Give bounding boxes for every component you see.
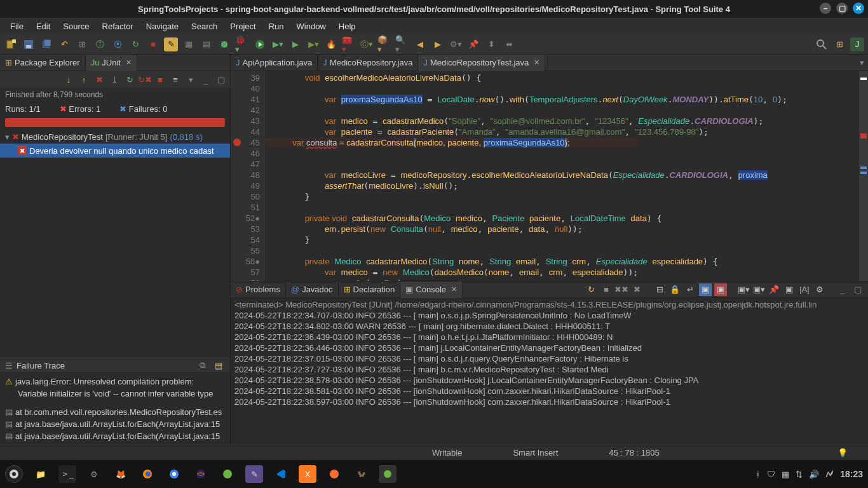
back-button[interactable]: ◀: [413, 37, 427, 51]
expand-icon[interactable]: ▾: [5, 132, 10, 142]
pin-view-button[interactable]: ▾: [184, 73, 197, 86]
menu-help[interactable]: Help: [332, 19, 362, 34]
open-task-button[interactable]: 🔍▾: [395, 37, 409, 51]
undo-button[interactable]: ↶: [57, 37, 71, 51]
search-toolbar-button[interactable]: [815, 37, 829, 51]
perspective-java-button[interactable]: J: [850, 37, 864, 51]
xampp-app-icon[interactable]: X: [299, 465, 316, 483]
volume-icon[interactable]: 🔊: [809, 470, 819, 479]
tab-problems[interactable]: ⊘Problems: [231, 281, 286, 298]
menu-refactor[interactable]: Refactor: [96, 19, 140, 34]
terminate-all-button[interactable]: ✖✖: [615, 283, 628, 296]
new-java-class-button[interactable]: Ⓒ▾: [360, 37, 374, 51]
sts-running-icon[interactable]: [379, 465, 397, 483]
shield-icon[interactable]: 🛡: [767, 470, 775, 479]
coverage-button[interactable]: ▶: [288, 37, 302, 51]
trace-line[interactable]: ▤at java.base/java.util.ArrayList.forEac…: [0, 430, 230, 442]
editor-code-area[interactable]: void escolherMedicoAleatorioLivreNaData(…: [265, 71, 859, 281]
tab-junit-close[interactable]: ✕: [126, 58, 132, 67]
open-perspective-button[interactable]: ⊞: [832, 37, 846, 51]
save-button[interactable]: [22, 37, 36, 51]
maximize-view-button[interactable]: ▢: [215, 73, 227, 86]
relaunch-button[interactable]: ↻: [128, 37, 142, 51]
failure-trace-body[interactable]: ⚠java.lang.Error: Unresolved compilation…: [0, 373, 230, 445]
toggle-breadcrumb-button[interactable]: ⊞: [75, 37, 89, 51]
scroll-lock-button[interactable]: ⤓: [108, 73, 121, 86]
menu-search[interactable]: Search: [185, 19, 224, 34]
scroll-lock-console-button[interactable]: 🔒: [668, 283, 681, 296]
minimize-console-button[interactable]: _: [836, 283, 849, 296]
console-pin-button[interactable]: ▤: [200, 37, 214, 51]
menu-navigate[interactable]: Navigate: [140, 19, 185, 34]
minimize-button[interactable]: –: [820, 3, 831, 14]
network-icon[interactable]: ⇅: [796, 470, 803, 479]
trace-line[interactable]: ⚠java.lang.Error: Unresolved compilation…: [0, 376, 230, 388]
close-button[interactable]: ✕: [853, 3, 864, 14]
gimp-app-icon[interactable]: 🦊: [112, 465, 130, 483]
run-history-button[interactable]: ▶▾: [271, 37, 285, 51]
terminate-button[interactable]: ■: [600, 283, 613, 296]
chrome-app-icon[interactable]: [165, 465, 183, 483]
trace-line[interactable]: ▤at br.com.med.voll.repositories.MedicoR…: [0, 406, 230, 418]
menu-source[interactable]: Source: [57, 19, 95, 34]
debug-history-button[interactable]: 🐞▾: [235, 37, 249, 51]
clear-console-button[interactable]: ⊟: [653, 283, 666, 296]
pin-editor-button[interactable]: 📌: [466, 37, 480, 51]
code-minings-button[interactable]: ▦: [182, 37, 196, 51]
console-body[interactable]: <terminated> MedicoRepositoryTest [JUnit…: [231, 298, 868, 445]
team-button[interactable]: ⚙▾: [449, 37, 463, 51]
link-button[interactable]: ⬍: [484, 37, 498, 51]
settings-app-icon[interactable]: ⚙: [85, 465, 103, 483]
forward-button[interactable]: ▶: [431, 37, 445, 51]
prev-failure-button[interactable]: ↑: [78, 73, 90, 86]
external-tools-button[interactable]: 🧰▾: [342, 37, 356, 51]
toggle-mark-button[interactable]: ✎: [164, 37, 178, 51]
open-console-button[interactable]: ▣▾: [737, 283, 750, 296]
show-console-on-err-button[interactable]: ▣: [714, 283, 727, 296]
start-menu-button[interactable]: [5, 465, 23, 483]
bluetooth-icon[interactable]: ᚼ: [756, 470, 761, 479]
profile-button[interactable]: 🔥: [324, 37, 338, 51]
show-console-on-out-button[interactable]: ▣: [699, 283, 712, 296]
new-console-view-button[interactable]: ▣: [783, 283, 796, 296]
new-button[interactable]: [4, 37, 18, 51]
filter-stack-button[interactable]: ▤: [212, 359, 225, 372]
pin-console-button[interactable]: 📌: [768, 283, 780, 296]
editor-tab-api-application[interactable]: J ApiApplication.java: [231, 55, 318, 71]
rerun-test-button[interactable]: ↻: [123, 73, 136, 86]
tab-junit[interactable]: Ju JUnit ✕: [86, 55, 137, 71]
debug-button[interactable]: [217, 37, 231, 51]
firefox-app-icon[interactable]: [139, 465, 156, 483]
tip-of-day-button[interactable]: 💡: [817, 447, 868, 459]
display-selected-console-button[interactable]: ▣▾: [752, 283, 765, 296]
editor-tab-medico-repository[interactable]: J MedicoRepository.java: [318, 55, 418, 71]
junit-root-node[interactable]: ▾ ✖ MedicoRepositoryTest [Runner: JUnit …: [0, 130, 230, 144]
terminate-relaunch-button[interactable]: ↻: [585, 283, 597, 296]
next-failure-button[interactable]: ↓: [62, 73, 75, 86]
menu-file[interactable]: File: [4, 19, 30, 34]
menu-edit[interactable]: Edit: [30, 19, 57, 34]
gpu-icon[interactable]: ▦: [782, 470, 789, 479]
link2-button[interactable]: ⬌: [502, 37, 516, 51]
editor-tab-close[interactable]: ✕: [534, 58, 539, 67]
terminal-app-icon[interactable]: ＞_: [58, 465, 76, 483]
tab-package-explorer[interactable]: ⊞ Package Explorer: [0, 55, 86, 71]
remove-launch-button[interactable]: ✖: [630, 283, 643, 296]
run-last-button[interactable]: ▶▾: [306, 37, 320, 51]
menu-project[interactable]: Project: [224, 19, 262, 34]
new-package-button[interactable]: 📦▾: [377, 37, 391, 51]
sts-app-icon[interactable]: [219, 465, 236, 483]
open-type-button[interactable]: Ⓣ: [93, 37, 107, 51]
code-editor[interactable]: 3940414243444546474849505152●53545556●57…: [231, 71, 868, 281]
junit-test-node[interactable]: ✖ Deveria devolver null quando unico med…: [0, 144, 230, 158]
skip-breakpoints-button[interactable]: ⦿: [111, 37, 125, 51]
editor-gutter[interactable]: 3940414243444546474849505152●53545556●57…: [231, 71, 265, 281]
gedit-app-icon[interactable]: ✎: [245, 465, 263, 483]
trace-line[interactable]: ▤at java.base/java.util.ArrayList.forEac…: [0, 418, 230, 430]
files-app-icon[interactable]: 📁: [32, 465, 50, 483]
test-history-button[interactable]: ≡: [169, 73, 182, 86]
postman-app-icon[interactable]: [325, 465, 343, 483]
word-wrap-button[interactable]: ↵: [684, 283, 696, 296]
tab-console-close[interactable]: ✕: [451, 285, 457, 294]
compare-button[interactable]: ⧉: [196, 359, 208, 372]
